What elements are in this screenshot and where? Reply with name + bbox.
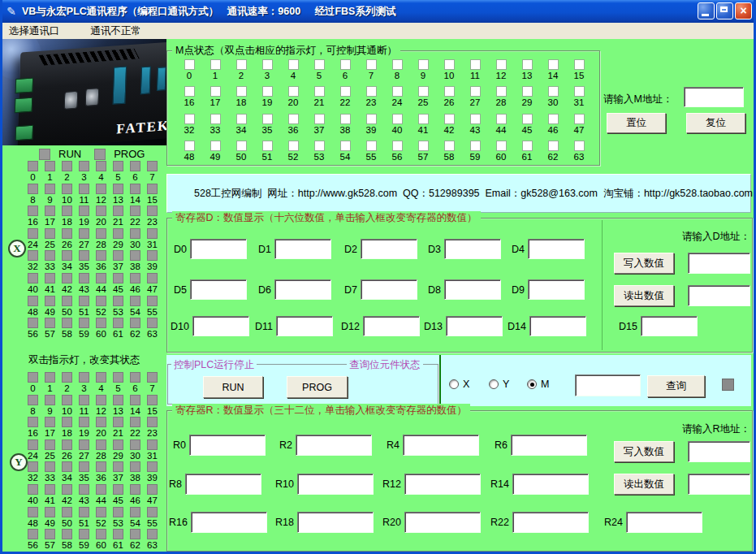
y-point-cell[interactable]: 54 bbox=[127, 507, 144, 530]
m-point-lamp[interactable] bbox=[314, 114, 325, 124]
y-point-cell[interactable]: 26 bbox=[58, 439, 76, 462]
m-point-lamp[interactable] bbox=[340, 59, 351, 70]
x-point-cell[interactable]: 6 bbox=[127, 161, 144, 184]
x-point-cell[interactable]: 25 bbox=[41, 228, 58, 251]
x-point-cell[interactable]: 17 bbox=[41, 206, 58, 228]
y-point-lamp[interactable] bbox=[28, 507, 38, 517]
y-point-lamp[interactable] bbox=[79, 417, 89, 427]
d1-value-input[interactable] bbox=[274, 239, 331, 259]
m-point-cell[interactable]: 60 bbox=[488, 141, 514, 167]
m-point-cell[interactable]: 24 bbox=[384, 86, 410, 113]
x-point-lamp[interactable] bbox=[113, 273, 123, 283]
y-point-cell[interactable]: 55 bbox=[144, 507, 161, 530]
d11-value-input[interactable] bbox=[276, 316, 333, 336]
x-point-lamp[interactable] bbox=[130, 273, 140, 283]
x-point-lamp[interactable] bbox=[96, 250, 106, 261]
m-point-lamp[interactable] bbox=[418, 86, 429, 97]
d12-value-input[interactable] bbox=[363, 316, 420, 336]
m-point-lamp[interactable] bbox=[470, 59, 481, 70]
m-point-lamp[interactable] bbox=[288, 141, 299, 151]
y-point-lamp[interactable] bbox=[147, 461, 158, 472]
radio-x[interactable]: X bbox=[449, 379, 469, 390]
x-point-cell[interactable]: 49 bbox=[41, 296, 58, 318]
x-point-lamp[interactable] bbox=[96, 296, 106, 306]
x-point-cell[interactable]: 16 bbox=[24, 206, 41, 228]
x-point-lamp[interactable] bbox=[113, 184, 123, 194]
m-point-cell[interactable]: 15 bbox=[566, 59, 592, 86]
y-point-lamp[interactable] bbox=[147, 417, 158, 427]
x-point-lamp[interactable] bbox=[45, 250, 55, 261]
y-point-cell[interactable]: 48 bbox=[24, 507, 41, 530]
r4-value-input[interactable] bbox=[403, 435, 479, 456]
r2-value-input[interactable] bbox=[296, 435, 372, 456]
m-point-cell[interactable]: 29 bbox=[514, 86, 540, 113]
m-address-input[interactable] bbox=[684, 87, 744, 107]
r-read-address-input[interactable] bbox=[688, 474, 750, 495]
y-point-lamp[interactable] bbox=[79, 372, 89, 383]
x-point-lamp[interactable] bbox=[79, 206, 89, 216]
m-point-cell[interactable]: 46 bbox=[540, 114, 566, 141]
y-point-cell[interactable]: 13 bbox=[110, 395, 127, 418]
x-point-lamp[interactable] bbox=[113, 250, 123, 261]
r-write-address-input[interactable] bbox=[688, 441, 750, 462]
y-point-lamp[interactable] bbox=[96, 529, 106, 539]
y-point-cell[interactable]: 3 bbox=[76, 372, 93, 395]
x-point-cell[interactable]: 59 bbox=[76, 318, 93, 340]
d-read-button[interactable]: 读出数值 bbox=[614, 285, 674, 306]
y-point-lamp[interactable] bbox=[79, 484, 89, 495]
y-point-cell[interactable]: 12 bbox=[93, 395, 110, 418]
y-point-lamp[interactable] bbox=[113, 417, 123, 427]
y-point-cell[interactable]: 45 bbox=[110, 484, 127, 507]
x-point-lamp[interactable] bbox=[79, 318, 89, 328]
m-point-cell[interactable]: 7 bbox=[358, 59, 384, 86]
m-point-cell[interactable]: 39 bbox=[358, 114, 384, 141]
x-point-cell[interactable]: 53 bbox=[110, 296, 127, 318]
x-point-lamp[interactable] bbox=[130, 318, 140, 328]
x-point-lamp[interactable] bbox=[147, 318, 158, 328]
y-point-lamp[interactable] bbox=[147, 395, 158, 405]
m-point-lamp[interactable] bbox=[444, 114, 455, 124]
x-point-cell[interactable]: 5 bbox=[110, 161, 127, 184]
x-point-cell[interactable]: 63 bbox=[144, 318, 161, 340]
y-point-lamp[interactable] bbox=[113, 484, 123, 495]
x-point-cell[interactable]: 14 bbox=[127, 184, 144, 206]
y-point-lamp[interactable] bbox=[113, 372, 123, 383]
y-point-cell[interactable]: 37 bbox=[110, 461, 127, 484]
d14-value-input[interactable] bbox=[529, 316, 586, 336]
y-point-cell[interactable]: 14 bbox=[127, 395, 144, 418]
y-point-lamp[interactable] bbox=[62, 439, 72, 450]
m-point-lamp[interactable] bbox=[210, 141, 221, 151]
x-point-cell[interactable]: 61 bbox=[110, 318, 127, 340]
x-point-cell[interactable]: 23 bbox=[144, 206, 161, 228]
x-point-lamp[interactable] bbox=[62, 273, 72, 283]
x-point-lamp[interactable] bbox=[28, 161, 38, 171]
m-point-lamp[interactable] bbox=[366, 141, 377, 151]
x-point-cell[interactable]: 38 bbox=[127, 250, 144, 273]
x-point-cell[interactable]: 28 bbox=[93, 228, 110, 251]
m-point-lamp[interactable] bbox=[444, 86, 455, 97]
y-point-lamp[interactable] bbox=[62, 372, 72, 383]
y-point-lamp[interactable] bbox=[45, 395, 55, 405]
r14-value-input[interactable] bbox=[512, 474, 589, 495]
x-point-cell[interactable]: 3 bbox=[76, 161, 93, 184]
m-point-cell[interactable]: 3 bbox=[254, 59, 280, 86]
y-point-lamp[interactable] bbox=[130, 439, 140, 450]
x-point-cell[interactable]: 52 bbox=[93, 296, 110, 318]
x-point-lamp[interactable] bbox=[62, 161, 72, 171]
m-point-cell[interactable]: 8 bbox=[384, 59, 410, 86]
y-point-cell[interactable]: 56 bbox=[24, 529, 41, 552]
x-point-cell[interactable]: 15 bbox=[144, 184, 161, 206]
x-point-lamp[interactable] bbox=[79, 273, 89, 283]
r6-value-input[interactable] bbox=[511, 435, 587, 456]
m-point-lamp[interactable] bbox=[522, 141, 533, 151]
x-point-cell[interactable]: 27 bbox=[76, 228, 93, 251]
menu-select-comm-port[interactable]: 选择通讯口 bbox=[2, 24, 67, 39]
y-point-lamp[interactable] bbox=[79, 461, 89, 472]
m-point-cell[interactable]: 20 bbox=[280, 86, 306, 113]
y-point-cell[interactable]: 57 bbox=[41, 529, 58, 552]
y-point-lamp[interactable] bbox=[147, 372, 158, 383]
m-point-cell[interactable]: 19 bbox=[254, 86, 280, 113]
y-point-lamp[interactable] bbox=[62, 417, 72, 427]
radio-m[interactable]: M bbox=[527, 379, 549, 390]
m-point-cell[interactable]: 41 bbox=[410, 114, 436, 141]
